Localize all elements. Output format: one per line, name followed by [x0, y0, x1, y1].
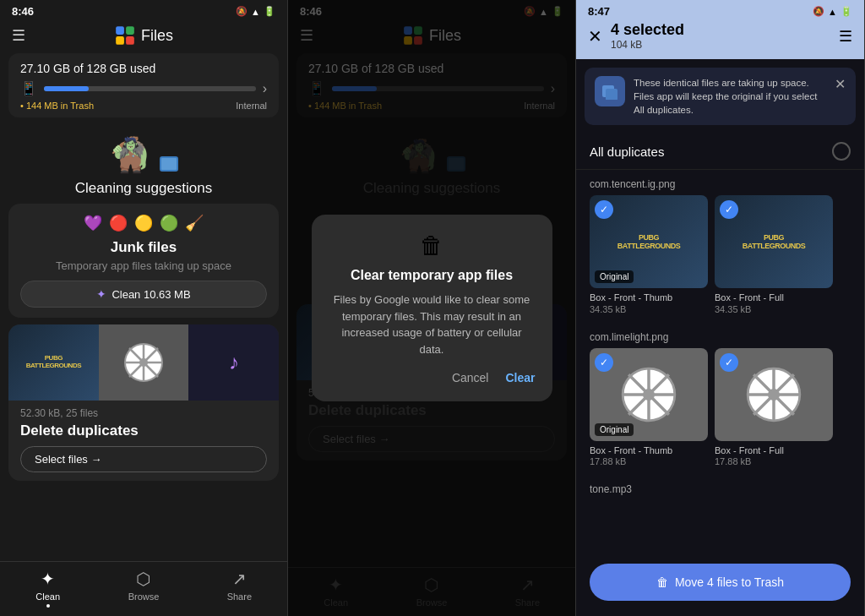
battery-icon-3: 🔋: [841, 6, 852, 17]
browse-nav-label-1: Browse: [128, 591, 160, 602]
p3-thumbs-row-2: ✓ Original Box - Front - Thumb 17.88 kB: [576, 348, 864, 475]
select-files-label-1: Select files →: [35, 453, 101, 466]
p3-original-tag-1a: Original: [595, 270, 634, 283]
storage-sub-1: • 144 MB in Trash Internal: [20, 101, 267, 111]
nav-share-1[interactable]: ↗ Share: [192, 569, 287, 608]
dup-card-1: PUBGBATTLEGROUNDS ♪ 52.30 kB, 25 files D…: [8, 324, 279, 481]
p3-title-group: 4 selected 104 kB: [611, 21, 839, 51]
music-thumb-1: ♪: [188, 324, 279, 401]
device-icon-1: 📱: [20, 80, 37, 96]
p3-info-close-btn[interactable]: ✕: [835, 76, 846, 92]
nav-active-dot-1: [46, 604, 50, 608]
junk-icon-1: 💜: [84, 214, 102, 232]
p3-all-dupes-label: All duplicates: [590, 144, 664, 159]
panel-3: 8:47 🔕 ▲ 🔋 ✕ 4 selected 104 kB ☰: [576, 0, 865, 616]
p3-group1-label: com.tencent.ig.png: [576, 170, 864, 195]
p3-thumb-item-2b[interactable]: ✓ Box - Front - Full 17.88 kB: [715, 348, 833, 466]
dialog-overlay-2: 🗑 Clear temporary app files Files by Goo…: [288, 0, 575, 616]
p3-check-2a: ✓: [595, 353, 613, 372]
p3-title-row: ✕ 4 selected 104 kB ☰: [588, 21, 852, 51]
select-files-btn-1[interactable]: Select files →: [20, 446, 267, 472]
signal-icon: ▲: [251, 7, 260, 17]
top-bar-1: ☰ Files: [0, 21, 287, 53]
p3-list-icon[interactable]: ☰: [839, 27, 852, 46]
p3-bottom-bar: 🗑 Move 4 files to Trash: [576, 555, 864, 616]
app-title-text-1: Files: [141, 27, 173, 45]
p3-body: These identical files are taking up spac…: [576, 59, 864, 555]
junk-card-title-1: Junk files: [20, 239, 267, 256]
p3-thumb-label-2a: Box - Front - Thumb: [590, 444, 708, 456]
nav-browse-1[interactable]: ⬡ Browse: [95, 569, 191, 608]
storage-bar-fill-1: [44, 86, 89, 91]
app-title-1: Files: [114, 25, 173, 46]
svg-rect-3: [126, 36, 134, 45]
svg-point-33: [768, 389, 780, 401]
junk-icon-2: 🔴: [109, 214, 128, 232]
sparkle-icon-1: ✦: [96, 287, 106, 301]
p3-thumb-img-1a: PUBGBATTLEGROUNDS ✓ Original: [590, 195, 708, 288]
p3-group3-label: tone.mp3: [576, 475, 864, 500]
p3-info-icon: [595, 76, 625, 106]
cleaning-title-1: Cleaning suggestions: [0, 180, 287, 197]
files-logo-icon: [114, 25, 136, 46]
storage-bar-wrap-1: [44, 86, 256, 91]
dialog-clear-btn[interactable]: Clear: [505, 371, 535, 384]
clean-nav-icon-1: ✦: [41, 569, 55, 589]
p3-header: 8:47 🔕 ▲ 🔋 ✕ 4 selected 104 kB ☰: [576, 0, 864, 59]
pubg-thumb-1: PUBGBATTLEGROUNDS: [8, 324, 99, 401]
p3-group2-label: com.limelight.png: [576, 323, 864, 348]
clear-temp-dialog: 🗑 Clear temporary app files Files by Goo…: [312, 215, 552, 401]
junk-card-1: 💜 🔴 🟡 🟢 🧹 Junk files Temporary app files…: [8, 204, 279, 318]
p3-status-bar: 8:47 🔕 ▲ 🔋: [588, 5, 852, 18]
p3-move-to-trash-btn[interactable]: 🗑 Move 4 files to Trash: [590, 564, 851, 601]
svg-rect-1: [126, 26, 134, 35]
p3-thumb-label-2b: Box - Front - Full: [715, 444, 833, 456]
p3-thumb-img-2a: ✓ Original: [590, 348, 708, 441]
clean-nav-label-1: Clean: [35, 591, 60, 602]
p3-info-banner: These identical files are taking up spac…: [585, 68, 856, 125]
p3-thumb-size-2b: 17.88 kB: [715, 456, 833, 466]
chest-icon-1: [160, 156, 178, 172]
dup-thumbnails-1: PUBGBATTLEGROUNDS ♪: [8, 324, 279, 401]
p3-thumb-label-1b: Box - Front - Full: [715, 292, 833, 303]
p3-selected-count: 4 selected: [611, 21, 839, 39]
p3-close-btn[interactable]: ✕: [588, 26, 602, 46]
p3-thumb-label-1a: Box - Front - Thumb: [590, 292, 708, 303]
internal-label-1: Internal: [236, 101, 267, 111]
clean-junk-button-1[interactable]: ✦ Clean 10.63 MB: [20, 281, 267, 308]
dialog-cancel-btn[interactable]: Cancel: [452, 371, 489, 384]
p3-status-icons: 🔕 ▲ 🔋: [813, 6, 852, 17]
storage-used-1: 27.10 GB of 128 GB used: [20, 62, 267, 75]
dialog-actions: Cancel Clear: [329, 371, 536, 384]
storage-arrow-1[interactable]: ›: [263, 81, 267, 96]
battery-icon: 🔋: [264, 6, 275, 17]
p3-thumb-size-1b: 34.35 kB: [715, 304, 833, 314]
junk-icon-4: 🟢: [160, 214, 178, 232]
p3-thumb-img-2b: ✓: [715, 348, 833, 441]
mute-icon: 🔕: [236, 6, 248, 17]
menu-icon[interactable]: ☰: [12, 26, 25, 45]
clean-btn-label-1: Clean 10.63 MB: [112, 288, 190, 301]
storage-section-1: 27.10 GB of 128 GB used 📱 › • 144 MB in …: [8, 53, 279, 117]
wheel-thumb-1: [99, 324, 189, 401]
nav-clean-1[interactable]: ✦ Clean: [0, 569, 95, 608]
monster-emoji-1: 🧌: [109, 135, 151, 175]
time-3: 8:47: [588, 5, 610, 18]
p3-original-tag-2a: Original: [595, 423, 634, 436]
dup-size-1: 52.30 kB, 25 files: [20, 407, 267, 419]
p3-all-dupes-radio[interactable]: [832, 142, 851, 161]
p3-selected-size: 104 kB: [611, 39, 839, 51]
p3-thumb-item-1a[interactable]: PUBGBATTLEGROUNDS ✓ Original Box - Front…: [590, 195, 708, 313]
panel-1: 8:46 🔕 ▲ 🔋 ☰ Files 27.10 GB of 128 GB us…: [0, 0, 288, 616]
bottom-nav-1: ✦ Clean ⬡ Browse ↗ Share: [0, 561, 287, 616]
mute-icon-3: 🔕: [813, 6, 824, 17]
share-nav-icon-1: ↗: [232, 569, 247, 589]
share-nav-label-1: Share: [227, 591, 252, 602]
junk-icons-row: 💜 🔴 🟡 🟢 🧹: [20, 214, 267, 232]
junk-card-subtitle-1: Temporary app files taking up space: [20, 259, 267, 272]
p3-all-dupes-row[interactable]: All duplicates: [576, 134, 864, 170]
p3-thumb-item-2a[interactable]: ✓ Original Box - Front - Thumb 17.88 kB: [590, 348, 708, 466]
p3-thumb-item-1b[interactable]: PUBGBATTLEGROUNDS ✓ Box - Front - Full 3…: [715, 195, 833, 313]
trash-label-1: • 144 MB in Trash: [20, 101, 94, 111]
panel-2: 8:46 🔕 ▲ 🔋 ☰ Files 27.10 GB of 128 GB us…: [288, 0, 576, 616]
